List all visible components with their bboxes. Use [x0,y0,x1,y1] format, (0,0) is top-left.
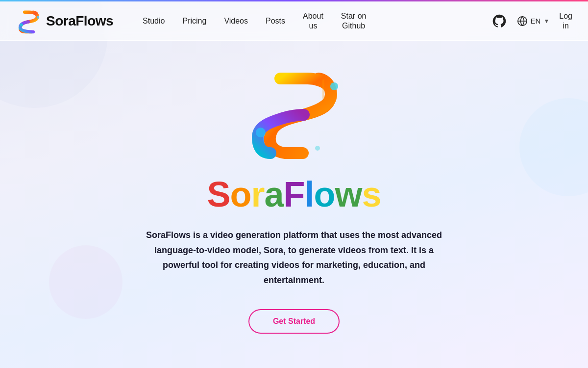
progress-bar [0,0,588,1]
logo-text: SoraFlows [46,13,113,29]
language-selector[interactable]: EN ▼ [517,16,550,26]
github-icon[interactable] [491,13,507,29]
nav-link-videos[interactable]: Videos [224,17,248,25]
nav-item-videos[interactable]: Videos [224,17,248,26]
nav-link-pricing[interactable]: Pricing [182,17,206,25]
login-label-in: in [563,22,568,30]
hero-title: SoraFlows [207,177,381,212]
nav-link-studio[interactable]: Studio [143,17,165,25]
nav-links: Studio Pricing Videos Posts About us Sta… [143,11,366,30]
nav-link-posts[interactable]: Posts [266,17,285,25]
hero-description: SoraFlows is a video generation platform… [142,228,446,288]
nav-item-posts[interactable]: Posts [266,17,285,26]
nav-right: EN ▼ Log in [491,11,572,30]
nav-item-about[interactable]: About us [303,11,323,30]
chevron-down-icon: ▼ [543,18,549,25]
cta-button[interactable]: Get Started [248,309,340,334]
logo-link[interactable]: SoraFlows [16,8,113,34]
nav-link-github[interactable]: Star on Github [341,11,367,30]
svg-point-4 [256,128,266,137]
svg-point-0 [37,16,39,18]
login-button[interactable]: Log in [559,11,572,30]
nav-item-studio[interactable]: Studio [143,17,165,26]
hero-logo [240,59,348,167]
svg-point-5 [315,146,320,151]
language-label: EN [531,17,541,25]
nav-item-pricing[interactable]: Pricing [182,17,206,26]
globe-icon [517,16,528,26]
navbar: SoraFlows Studio Pricing Videos Posts Ab… [0,1,588,41]
nav-item-github[interactable]: Star on Github [341,11,367,30]
svg-point-1 [20,23,23,26]
nav-link-about[interactable]: About us [303,11,323,30]
hero-section: SoraFlows SoraFlows is a video generatio… [0,39,588,363]
logo-icon [16,8,41,34]
svg-point-3 [330,82,338,90]
login-label: Log [559,12,572,20]
